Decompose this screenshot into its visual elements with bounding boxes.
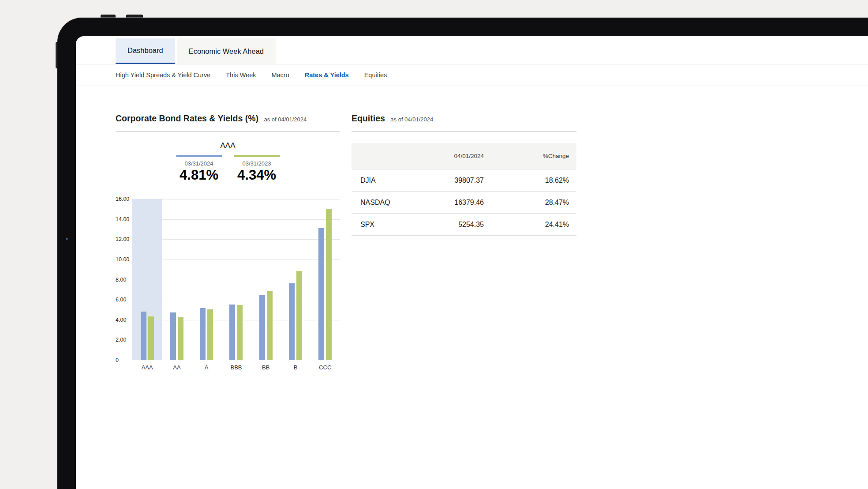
legend-swatch-2024 xyxy=(176,155,222,157)
sub-nav: High Yield Spreads & Yield Curve This We… xyxy=(76,64,868,86)
ticker-value: 39807.37 xyxy=(418,177,484,184)
main-content: Corporate Bond Rates & Yields (%) as of … xyxy=(76,86,868,371)
subnav-item-equities[interactable]: Equities xyxy=(364,71,387,79)
x-tick-label: CCC xyxy=(311,364,340,371)
y-tick-label: 0 xyxy=(116,357,119,363)
x-tick-label: B xyxy=(281,364,310,371)
legend-date-2024: 03/31/2024 xyxy=(176,160,222,167)
x-tick-label: BBB xyxy=(221,364,251,371)
bond-as-of-date: as of 04/01/2024 xyxy=(264,116,307,123)
bond-rates-section: Corporate Bond Rates & Yields (%) as of … xyxy=(116,113,340,371)
legend-value-2024: 4.81% xyxy=(176,167,222,183)
bar xyxy=(141,312,146,360)
x-tick-label: AA xyxy=(162,364,191,371)
y-tick-label: 14.00 xyxy=(116,216,129,222)
legend-date-2023: 03/31/2023 xyxy=(234,160,280,167)
y-tick-label: 2.00 xyxy=(116,337,126,343)
chart-y-axis: 16.0014.0012.0010.008.006.004.002.000 xyxy=(116,199,132,360)
y-tick-label: 4.00 xyxy=(116,317,126,323)
subnav-item-this-week[interactable]: This Week xyxy=(226,71,256,79)
ticker-change: 18.62% xyxy=(484,177,576,184)
bar xyxy=(267,291,273,360)
y-tick-label: 8.00 xyxy=(116,277,126,283)
bond-section-header: Corporate Bond Rates & Yields (%) as of … xyxy=(116,113,340,132)
equities-section: Equities as of 04/01/2024 04/01/2024 %Ch… xyxy=(352,113,576,371)
bar-groups xyxy=(132,199,340,360)
legend-swatch-2023 xyxy=(234,155,280,157)
chart-rating-title: AAA xyxy=(116,141,340,150)
tab-dashboard-label: Dashboard xyxy=(127,46,163,55)
bar xyxy=(148,316,154,360)
table-header-change: %Change xyxy=(484,153,576,159)
legend-item-2023: 03/31/2023 4.34% xyxy=(234,155,280,183)
bar xyxy=(207,309,213,360)
x-tick-label: AAA xyxy=(132,364,162,371)
x-tick-label: A xyxy=(192,364,221,371)
bar-group-bbb xyxy=(221,199,251,360)
table-row-nasdaq: NASDAQ 16379.46 28.47% xyxy=(352,192,576,214)
x-tick-label: BB xyxy=(251,364,281,371)
table-header-date: 04/01/2024 xyxy=(418,153,484,159)
ticker-change: 24.41% xyxy=(484,221,576,229)
equities-table: 04/01/2024 %Change DJIA 39807.37 18.62% … xyxy=(352,143,576,236)
bar xyxy=(289,283,295,360)
y-tick-label: 16.00 xyxy=(116,196,129,202)
bond-bar-chart: 16.0014.0012.0010.008.006.004.002.000 AA… xyxy=(116,199,340,371)
ticker-label: SPX xyxy=(352,221,418,229)
bar-group-aa xyxy=(162,199,191,360)
subnav-item-high-yield-spreads[interactable]: High Yield Spreads & Yield Curve xyxy=(116,71,210,79)
legend-value-2023: 4.34% xyxy=(234,167,280,183)
subnav-item-rates-yields[interactable]: Rates & Yields xyxy=(305,71,349,79)
ticker-label: DJIA xyxy=(352,177,418,184)
table-row-spx: SPX 5254.35 24.41% xyxy=(352,214,576,236)
subnav-item-macro[interactable]: Macro xyxy=(271,71,289,79)
equities-section-title: Equities xyxy=(352,113,385,123)
bar xyxy=(200,308,206,360)
y-tick-label: 10.00 xyxy=(116,256,129,263)
ticker-value: 16379.46 xyxy=(418,199,484,207)
bar-group-bb xyxy=(251,199,281,360)
chart-legend: 03/31/2024 4.81% 03/31/2023 4.34% xyxy=(116,155,340,183)
bar-group-b xyxy=(281,199,310,360)
y-tick-label: 6.00 xyxy=(116,297,126,303)
bar xyxy=(318,228,324,360)
bar-group-a xyxy=(192,199,221,360)
bar xyxy=(237,305,243,360)
ticker-change: 28.47% xyxy=(484,199,576,207)
equities-section-header: Equities as of 04/01/2024 xyxy=(352,113,576,132)
bar xyxy=(326,209,332,360)
bar xyxy=(178,317,183,360)
bond-section-title: Corporate Bond Rates & Yields (%) xyxy=(116,113,258,123)
bar-group-ccc xyxy=(311,199,340,360)
ticker-value: 5254.35 xyxy=(418,221,484,229)
bar xyxy=(259,295,265,360)
tab-bar: Dashboard Economic Week Ahead xyxy=(76,36,868,64)
chart-x-axis: AAAAAABBBBBBCCC xyxy=(132,364,340,371)
page-background: { "tabs": [ { "label": "Dashboard" }, { … xyxy=(0,0,868,489)
tablet-frame: Dashboard Economic Week Ahead High Yield… xyxy=(57,18,868,489)
chart-plot xyxy=(132,199,340,360)
legend-item-2024: 03/31/2024 4.81% xyxy=(176,155,222,183)
tab-dashboard[interactable]: Dashboard xyxy=(116,38,175,64)
y-tick-label: 12.00 xyxy=(116,236,129,242)
table-row-djia: DJIA 39807.37 18.62% xyxy=(352,169,576,192)
bar xyxy=(229,305,235,360)
front-camera-icon xyxy=(65,237,69,241)
tablet-screen: Dashboard Economic Week Ahead High Yield… xyxy=(76,36,868,489)
equities-as-of-date: as of 04/01/2024 xyxy=(390,116,433,123)
tab-economic-week-ahead[interactable]: Economic Week Ahead xyxy=(177,38,276,64)
bar xyxy=(170,312,176,360)
bar-group-aaa xyxy=(132,199,162,360)
bar xyxy=(296,271,302,360)
tab-economic-week-ahead-label: Economic Week Ahead xyxy=(189,47,264,56)
ticker-label: NASDAQ xyxy=(352,199,418,207)
table-header-row: 04/01/2024 %Change xyxy=(352,143,576,169)
